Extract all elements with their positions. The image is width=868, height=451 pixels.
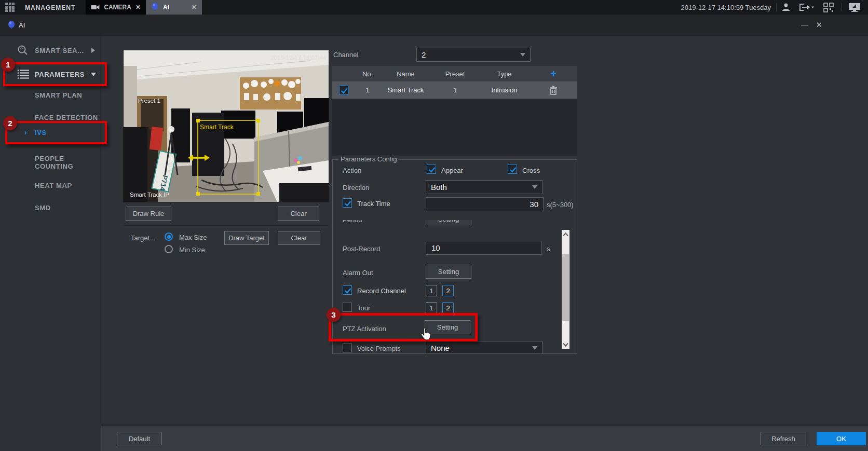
add-rule-button[interactable]: +: [530, 66, 577, 81]
camera-icon: [91, 4, 100, 11]
sidebar-item-smd[interactable]: SMD: [0, 198, 101, 217]
appear-checkbox[interactable]: [427, 165, 436, 174]
voice-prompts-label: Voice Prompts: [357, 345, 401, 352]
management-menu[interactable]: MANAGEMENT: [25, 4, 75, 11]
ai-window-titlebar: AI — ✕: [0, 15, 868, 36]
alarm-out-setting-button[interactable]: Setting: [426, 265, 471, 279]
chevron-right-icon: [91, 48, 95, 53]
scroll-down-icon[interactable]: [562, 341, 569, 348]
tour-label: Tour: [357, 304, 370, 312]
annotation-box-2: [5, 121, 107, 144]
user-icon[interactable]: [781, 2, 791, 12]
max-size-label: Max Size: [179, 234, 207, 241]
max-size-radio[interactable]: [165, 233, 173, 241]
tab-ai-close-icon[interactable]: ✕: [192, 4, 197, 11]
record-channel-1-chip[interactable]: 1: [426, 285, 437, 296]
tab-camera[interactable]: CAMERA ✕: [86, 0, 146, 15]
post-record-unit: s: [547, 245, 550, 253]
chevron-down-icon: [520, 53, 525, 57]
scrollbar-thumb[interactable]: [562, 254, 569, 321]
balloon-icon: [151, 3, 159, 12]
sidebar-item-smart-plan[interactable]: SMART PLAN: [0, 86, 101, 104]
rule-name-overlay: Smart Track: [200, 124, 234, 131]
sidebar-item-label: PEOPLE COUNTING: [35, 155, 101, 170]
topbar-separator: [842, 3, 842, 11]
close-button[interactable]: ✕: [816, 20, 822, 30]
system-datetime: 2019-12-17 14:10:59 Tuesday: [681, 4, 771, 11]
tab-camera-close-icon[interactable]: ✕: [135, 4, 141, 11]
track-time-input[interactable]: 30: [426, 197, 544, 211]
annotation-box-3: [329, 313, 478, 341]
table-header: No. Name Preset Type +: [332, 66, 577, 81]
camera-preview[interactable]: P714: [123, 50, 329, 202]
monitor-icon[interactable]: [848, 2, 861, 12]
window-title: AI: [19, 21, 25, 29]
annotation-badge-1: 1: [1, 58, 15, 72]
rules-table: No. Name Preset Type + 1 Smart Track 1 I…: [332, 66, 577, 156]
draw-rule-button[interactable]: Draw Rule: [126, 207, 171, 221]
post-record-input[interactable]: 10: [426, 241, 541, 255]
tour-1-chip[interactable]: 1: [426, 302, 437, 313]
min-size-label: Min Size: [179, 246, 205, 254]
delete-icon[interactable]: [549, 86, 558, 95]
period-label: Period: [343, 220, 362, 224]
annotation-badge-3: 3: [327, 308, 341, 322]
tour-2-chip[interactable]: 2: [442, 302, 454, 313]
qr-code-icon[interactable]: [823, 2, 834, 12]
cell-type: Intrusion: [479, 81, 530, 99]
clear-rule-button[interactable]: Clear: [278, 207, 319, 221]
voice-prompts-checkbox[interactable]: [343, 343, 352, 352]
group-title: Parameters Config: [338, 155, 399, 163]
osd-channel-name: Smart Track IP: [130, 192, 169, 198]
top-bar: MANAGEMENT CAMERA ✕ AI ✕ 2019-12-17 14:1…: [0, 0, 868, 15]
osd-timestamp: 2019-12-17 14:07:44: [270, 54, 326, 61]
post-record-label: Post-Record: [343, 245, 380, 253]
draw-target-button[interactable]: Draw Target: [224, 231, 269, 245]
check-icon: [340, 87, 348, 95]
sidebar-item-smart-search[interactable]: SMART SEA...: [0, 41, 101, 60]
track-time-unit: s(5~300): [547, 201, 574, 209]
apps-grid-icon[interactable]: [5, 3, 15, 12]
sidebar-item-heat-map[interactable]: HEAT MAP: [0, 176, 101, 195]
tab-ai-label: AI: [163, 4, 169, 11]
action-label: Action: [343, 167, 361, 174]
track-time-label: Track Time: [357, 200, 390, 208]
sidebar-item-label: SMD: [35, 204, 51, 212]
scroll-up-icon[interactable]: [562, 231, 569, 238]
minimize-button[interactable]: —: [801, 20, 808, 29]
default-button[interactable]: Default: [117, 432, 162, 445]
content-panel: P714: [101, 36, 868, 451]
voice-prompts-select[interactable]: None: [426, 341, 542, 353]
record-channel-checkbox[interactable]: [343, 285, 352, 295]
refresh-button[interactable]: Refresh: [761, 432, 806, 445]
cross-checkbox[interactable]: [508, 165, 517, 174]
footer-bar: Default Refresh OK: [101, 425, 868, 451]
channel-select[interactable]: 2: [416, 48, 531, 62]
period-setting-button[interactable]: Setting: [426, 220, 471, 226]
cell-no: 1: [355, 81, 381, 99]
divider: [123, 225, 329, 226]
table-row[interactable]: 1 Smart Track 1 Intrusion: [332, 81, 577, 99]
tab-camera-label: CAMERA: [104, 4, 131, 11]
sidebar-item-label: SMART PLAN: [35, 91, 82, 99]
logout-icon[interactable]: [798, 2, 814, 12]
col-name: Name: [381, 66, 431, 81]
record-channel-2-chip[interactable]: 2: [442, 285, 454, 296]
sidebar-item-people-counting[interactable]: PEOPLE COUNTING: [0, 153, 101, 172]
balloon-icon: [7, 20, 16, 31]
alarm-out-label: Alarm Out: [343, 269, 373, 277]
min-size-radio[interactable]: [165, 245, 173, 253]
track-time-checkbox[interactable]: [343, 198, 352, 208]
tour-checkbox[interactable]: [343, 303, 352, 312]
cell-name: Smart Track: [381, 81, 431, 99]
row-checkbox[interactable]: [339, 86, 348, 95]
ok-button[interactable]: OK: [817, 432, 866, 445]
clear-target-button[interactable]: Clear: [278, 231, 320, 245]
tab-ai[interactable]: AI ✕: [146, 0, 202, 15]
params-scrollbar[interactable]: [562, 230, 569, 349]
sidebar-item-label: HEAT MAP: [35, 182, 72, 189]
direction-select[interactable]: Both: [426, 180, 542, 194]
cell-preset: 1: [431, 81, 479, 99]
camera-scene: P714: [124, 50, 329, 202]
voice-prompts-value: None: [431, 344, 450, 352]
